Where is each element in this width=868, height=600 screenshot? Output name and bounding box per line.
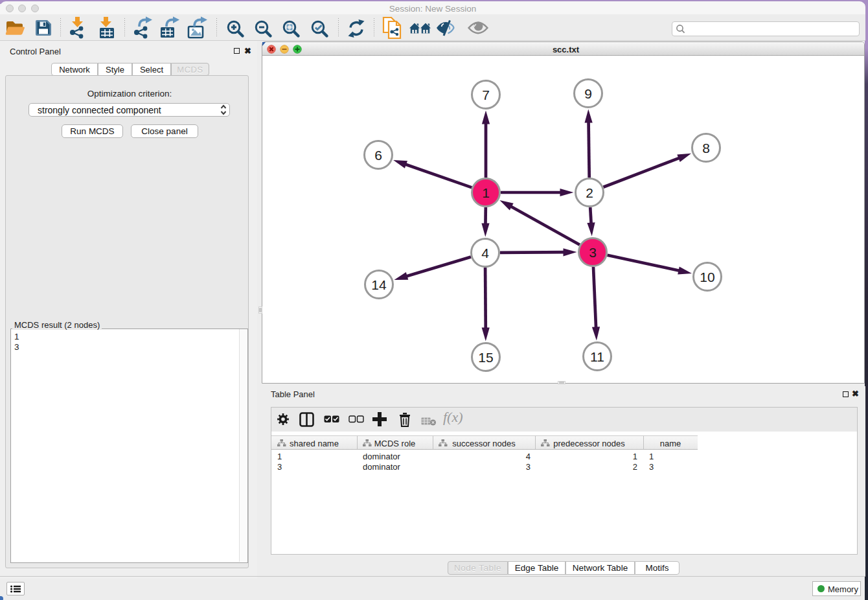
svg-text:2: 2 [586, 185, 593, 200]
svg-text:9: 9 [584, 86, 592, 101]
svg-text:7: 7 [482, 87, 490, 102]
svg-text:11: 11 [590, 349, 604, 364]
svg-text:6: 6 [374, 148, 382, 163]
svg-text:1: 1 [482, 185, 490, 200]
svg-text:10: 10 [700, 270, 714, 284]
svg-text:14: 14 [371, 277, 387, 292]
svg-text:3: 3 [589, 245, 597, 260]
svg-text:4: 4 [481, 246, 489, 260]
svg-text:8: 8 [702, 141, 710, 156]
svg-text:15: 15 [478, 350, 493, 365]
